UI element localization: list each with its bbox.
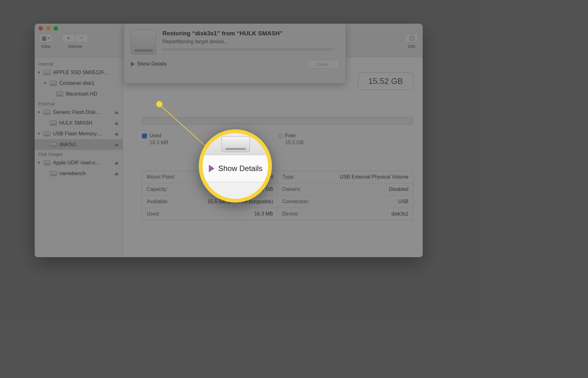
sidebar-item-usb-flash-memory[interactable]: ▼USB Flash Memory…⏏	[35, 128, 123, 139]
sidebar-item-label: APPLE SSD SM0512F…	[53, 70, 120, 75]
sidebar-item-namebench[interactable]: namebench⏏	[35, 168, 123, 179]
disclosure-triangle-icon[interactable]: ▼	[37, 132, 41, 136]
sheet-status: Repartitioning target device...	[162, 39, 333, 44]
sidebar-section-internal: Internal	[35, 60, 123, 67]
disclosure-triangle-icon[interactable]: ▼	[43, 81, 47, 86]
drive-icon	[221, 136, 250, 152]
external-disk-icon	[43, 131, 51, 137]
usage-legend: Used 16.3 MB Free 15.5 GB	[142, 133, 413, 145]
sidebar-item-label: namebench	[59, 171, 115, 176]
detail-owners: Owners:Disabled	[278, 183, 413, 195]
legend-free-label: Free	[285, 133, 296, 138]
info-button[interactable]: ⓘ	[405, 34, 418, 43]
disclosure-triangle-icon	[131, 62, 135, 67]
free-swatch-icon	[278, 133, 283, 139]
minus-icon: −	[80, 35, 83, 41]
internal-disk-icon	[49, 80, 57, 86]
sidebar: Internal ▼APPLE SSD SM0512F… ▼Container …	[35, 57, 123, 257]
eject-icon[interactable]: ⏏	[115, 131, 120, 136]
disclosure-triangle-icon	[209, 165, 215, 172]
sidebar-item-generic-flash[interactable]: ▼Generic Flash Disk…⏏	[35, 107, 123, 118]
capacity-badge: 15.52 GB	[358, 72, 413, 90]
eject-icon[interactable]: ⏏	[115, 110, 120, 115]
legend-free: Free 15.5 GB	[278, 133, 413, 145]
sidebar-item-label: Generic Flash Disk…	[53, 109, 115, 115]
external-disk-icon	[49, 141, 57, 148]
external-disk-icon	[49, 120, 57, 126]
sidebar-item-container-disk1[interactable]: ▼Container disk1	[35, 78, 123, 89]
internal-disk-icon	[43, 69, 51, 76]
plus-icon: +	[67, 35, 70, 41]
usage-bar	[142, 117, 413, 125]
sidebar-item-hulk-smash[interactable]: HULK SMASH⏏	[35, 118, 123, 128]
detail-type: Type:USB External Physical Volume	[278, 171, 413, 183]
external-disk-icon	[43, 109, 51, 115]
disclosure-triangle-icon[interactable]: ▼	[37, 70, 41, 75]
detail-connection: Connection:USB	[278, 195, 413, 208]
show-details-label: Show Details	[137, 61, 167, 67]
disk-image-icon	[43, 160, 51, 166]
sidebar-item-label: Macintosh HD	[66, 91, 120, 97]
sidebar-icon: ▦	[42, 35, 47, 42]
magnifier-callout: Show Details	[199, 129, 272, 203]
disk-image-icon	[49, 170, 57, 177]
magnifier-show-details-label: Show Details	[218, 164, 262, 173]
toolbar-group-view: ▦ ▾ View	[39, 34, 52, 49]
sidebar-item-label: Container disk1	[59, 80, 120, 86]
sidebar-item-apple-udif[interactable]: ▼Apple UDIF read-o…⏏	[35, 157, 123, 168]
eject-icon[interactable]: ⏏	[115, 171, 120, 176]
detail-used: Used:16.3 MB	[142, 208, 278, 220]
toolbar-label-info: Info	[408, 44, 415, 49]
done-button[interactable]: Done	[307, 60, 339, 68]
toolbar-label-view: View	[41, 44, 50, 49]
sidebar-item-macintosh-hd[interactable]: Macintosh HD	[35, 89, 123, 99]
sidebar-section-disk-images: Disk Images	[35, 150, 123, 157]
drive-icon	[131, 30, 156, 55]
sidebar-item-apple-ssd[interactable]: ▼APPLE SSD SM0512F…	[35, 67, 123, 78]
details-table: Mount Point:es/Untitled Capacity:15.52 G…	[142, 171, 413, 220]
sidebar-item-label: HULK SMASH	[59, 120, 115, 126]
sidebar-item-disk3s1[interactable]: disk3s1⏏	[35, 139, 123, 150]
show-details-toggle[interactable]: Show Details	[131, 61, 167, 67]
sidebar-item-label: disk3s1	[59, 142, 115, 147]
volume-add-button[interactable]: +	[62, 34, 75, 43]
legend-free-value: 15.5 GB	[278, 140, 413, 145]
disclosure-triangle-icon[interactable]: ▼	[37, 161, 41, 165]
eject-icon[interactable]: ⏏	[115, 121, 120, 126]
view-button[interactable]: ▦ ▾	[39, 34, 52, 43]
sidebar-item-label: USB Flash Memory…	[53, 131, 115, 137]
sheet-title: Restoring “disk3s1” from “HULK SMASH”	[162, 30, 333, 37]
info-icon: ⓘ	[409, 35, 415, 42]
detail-device: Device:disk3s1	[278, 208, 413, 220]
disclosure-triangle-icon[interactable]: ▼	[37, 110, 41, 115]
legend-used-label: Used	[150, 133, 161, 138]
chevron-down-icon: ▾	[48, 36, 50, 40]
restore-sheet: Restoring “disk3s1” from “HULK SMASH” Re…	[124, 24, 346, 84]
sidebar-section-external: External	[35, 99, 123, 107]
toolbar-group-volume: + − Volume	[62, 34, 88, 49]
eject-icon[interactable]: ⏏	[115, 160, 120, 165]
internal-disk-icon	[56, 91, 64, 97]
detail-available: Available:15.5 GB (Zero KB purgeable)	[142, 195, 278, 208]
used-swatch-icon	[142, 133, 147, 139]
toolbar-label-volume: Volume	[68, 44, 82, 49]
progress-bar	[162, 48, 333, 51]
sidebar-item-label: Apple UDIF read-o…	[53, 160, 115, 166]
volume-remove-button[interactable]: −	[75, 34, 88, 43]
content-pane: 15.52 GB Used 16.3 MB Free 15.5 GB Mount…	[123, 57, 423, 257]
eject-icon[interactable]: ⏏	[115, 142, 120, 147]
